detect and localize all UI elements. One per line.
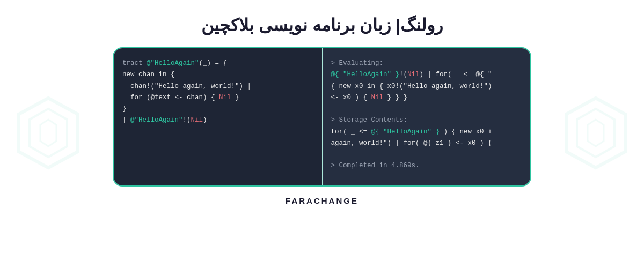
right-line-6: for( _ <= @{ "HelloAgain" } ) { new x0 i: [331, 126, 522, 138]
right-line-4: <- x0 ) { Nil } } }: [331, 92, 522, 103]
right-line-2: @{ "HelloAgain" }!(Nil) | for( _ <= @{ ": [331, 69, 522, 80]
right-spacer-1: [331, 103, 522, 115]
left-line-1: tract @"HelloAgain"(_) = {: [122, 58, 313, 69]
page-watermark-left: [16, 95, 80, 173]
svg-marker-5: [588, 120, 604, 146]
left-line-3: chan!("Hello again, world!") |: [122, 81, 313, 92]
right-line-3: { new x0 in { x0!("Hello again, world!"): [331, 81, 522, 92]
code-editor: tract @"HelloAgain"(_) = { new chan in {…: [113, 47, 531, 187]
page-title: رولنگ| زبان برنامه نویسی بلاکچین: [201, 15, 443, 35]
right-spacer-2: [331, 149, 522, 160]
left-line-6: | @"HelloAgain"!(Nil): [122, 115, 313, 126]
right-line-5: > Storage Contents:: [331, 115, 522, 126]
right-line-1: > Evaluating:: [331, 58, 522, 69]
page-watermark-right: [564, 95, 628, 173]
svg-marker-2: [40, 120, 56, 146]
svg-marker-1: [30, 109, 67, 157]
left-line-5: }: [122, 103, 313, 115]
brand-footer: FARACHANGE: [286, 196, 358, 205]
left-line-4: for (@text <- chan) { Nil }: [122, 92, 313, 103]
right-line-8: > Completed in 4.869s.: [331, 160, 522, 172]
right-line-7: again, world!") | for( @{ z1 } <- x0 ) {: [331, 138, 522, 149]
svg-marker-4: [577, 109, 614, 157]
code-left-panel: tract @"HelloAgain"(_) = { new chan in {…: [114, 48, 322, 185]
code-right-panel: > Evaluating: @{ "HelloAgain" }!(Nil) | …: [323, 48, 531, 185]
left-line-2: new chan in {: [122, 69, 313, 80]
